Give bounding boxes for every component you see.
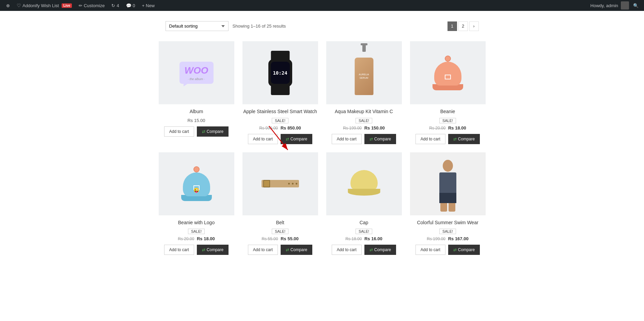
price-album: Rs 15.00: [159, 118, 234, 123]
price-sale-makeup: Rs 150.00: [364, 125, 385, 131]
compare-watch[interactable]: ⇄ Compare: [281, 134, 312, 144]
product-name-swimwear[interactable]: Colorful Summer Swim Wear: [410, 219, 486, 226]
comments-item[interactable]: 💬 0: [123, 0, 139, 11]
product-image-watch[interactable]: 10:24: [242, 41, 318, 104]
site-name-item[interactable]: ♡ Addonify Wish List Live: [13, 0, 75, 11]
price-makeup: SALE! Rs 199.00 Rs 150.00: [326, 118, 402, 131]
product-name-album[interactable]: Album: [159, 108, 234, 115]
add-to-cart-swimwear[interactable]: Add to cart: [415, 245, 445, 255]
compare-beanie-logo[interactable]: ⇄ Compare: [197, 245, 229, 255]
product-card-belt: Belt SALE! Rs 55.00 Rs 55.00 Add to cart…: [242, 152, 318, 255]
site-name-label: Addonify Wish List: [22, 3, 59, 8]
wp-logo-item[interactable]: ⊕: [3, 0, 13, 11]
add-to-cart-makeup[interactable]: Add to cart: [332, 134, 362, 144]
price-belt: SALE! Rs 55.00 Rs 55.00: [242, 229, 318, 241]
price-swimwear: SALE! Rs 199.00 Rs 167.00: [410, 229, 486, 241]
price-old-beanie-logo: Rs 20.00: [178, 236, 194, 241]
price-beanie-logo: SALE! Rs 20.00 Rs 18.00: [159, 229, 234, 241]
updates-item[interactable]: ↻ 4: [108, 0, 122, 11]
product-image-belt[interactable]: [242, 152, 318, 215]
customize-item[interactable]: ✏ Customize: [75, 0, 108, 11]
page-2-button[interactable]: 2: [458, 21, 468, 31]
product-card-beanie: Beanie SALE! Rs 20.00 Rs 18.00 Add to ca…: [410, 41, 486, 144]
sale-badge-watch: SALE!: [272, 118, 288, 123]
price-old-swimwear: Rs 199.00: [427, 236, 445, 241]
product-image-beanie-logo[interactable]: 😜: [159, 152, 234, 215]
price-sale-watch: Rs 850.00: [281, 125, 301, 131]
add-to-cart-watch[interactable]: Add to cart: [248, 134, 278, 144]
add-to-cart-cap[interactable]: Add to cart: [332, 245, 362, 255]
compare-swimwear[interactable]: ⇄ Compare: [448, 245, 480, 255]
updates-icon: ↻: [111, 3, 115, 8]
add-to-cart-belt[interactable]: Add to cart: [248, 245, 278, 255]
price-old-beanie: Rs 20.00: [429, 126, 445, 131]
product-card-beanie-logo: 😜 Beanie with Logo SALE! Rs 20.00 Rs 18.…: [159, 152, 234, 255]
sale-badge-makeup: SALE!: [356, 118, 372, 123]
product-actions-album: Add to cart ⇄ Compare: [159, 126, 234, 137]
product-name-belt[interactable]: Belt: [242, 219, 318, 226]
product-image-swimwear[interactable]: [410, 152, 486, 215]
product-actions-beanie-logo: Add to cart ⇄ Compare: [159, 245, 234, 255]
search-icon[interactable]: 🔍: [633, 3, 639, 8]
price-cap: SALE! Rs 18.00 Rs 16.00: [326, 229, 402, 241]
compare-icon-belt: ⇄: [286, 247, 289, 252]
product-card-cap: Cap SALE! Rs 18.00 Rs 16.00 Add to cart …: [326, 152, 402, 255]
wp-logo-icon: ⊕: [6, 3, 10, 8]
price-beanie: SALE! Rs 20.00 Rs 18.00: [410, 118, 486, 131]
add-to-cart-beanie[interactable]: Add to cart: [415, 134, 445, 144]
customize-label: Customize: [84, 3, 105, 8]
product-actions-beanie: Add to cart ⇄ Compare: [410, 134, 486, 144]
new-label: + New: [142, 3, 155, 8]
product-image-cap[interactable]: [326, 152, 402, 215]
sale-badge-beanie: SALE!: [439, 118, 456, 123]
sale-badge-belt: SALE!: [272, 229, 288, 234]
product-name-beanie-logo[interactable]: Beanie with Logo: [159, 219, 234, 226]
compare-icon-swimwear: ⇄: [453, 247, 457, 252]
comments-count: 0: [133, 3, 135, 8]
price-sale-cap: Rs 16.00: [364, 236, 382, 241]
product-image-makeup[interactable]: AURELIASERUM: [326, 41, 402, 104]
new-item[interactable]: + New: [139, 0, 158, 11]
results-text: Showing 1–16 of 25 results: [233, 24, 286, 29]
compare-belt[interactable]: ⇄ Compare: [281, 245, 312, 255]
compare-icon-album: ⇄: [202, 129, 205, 134]
price-watch: SALE! Rs 999.00 Rs 850.00: [242, 118, 318, 131]
howdy-text: Howdy, admin: [591, 3, 618, 8]
page-next-button[interactable]: ›: [469, 21, 479, 31]
product-actions-cap: Add to cart ⇄ Compare: [326, 245, 402, 255]
compare-album[interactable]: ⇄ Compare: [197, 126, 229, 137]
compare-cap[interactable]: ⇄ Compare: [364, 245, 396, 255]
product-name-watch[interactable]: Apple Stainless Steel Smart Watch: [242, 108, 318, 115]
updates-count: 4: [116, 3, 119, 8]
product-card-watch: 10:24 Apple Stainless Steel Smart Watch …: [242, 41, 318, 144]
product-card-album: WOO · the album · Album Rs 15.00 Add to …: [159, 41, 234, 144]
compare-icon-beanie: ⇄: [453, 137, 457, 141]
product-name-makeup[interactable]: Aqua Makeup Kit Vitamin C: [326, 108, 402, 115]
price-sale-beanie-logo: Rs 18.00: [197, 236, 215, 241]
pagination: 1 2 ›: [447, 21, 479, 31]
site-icon: ♡: [17, 3, 21, 8]
compare-makeup[interactable]: ⇄ Compare: [364, 134, 396, 144]
add-to-cart-beanie-logo[interactable]: Add to cart: [164, 245, 194, 255]
compare-icon-beanie-logo: ⇄: [202, 247, 205, 252]
add-to-cart-album[interactable]: Add to cart: [164, 126, 194, 137]
product-name-cap[interactable]: Cap: [326, 219, 402, 226]
product-name-beanie[interactable]: Beanie: [410, 108, 486, 115]
compare-beanie[interactable]: ⇄ Compare: [448, 134, 480, 144]
product-actions-watch: Add to cart ⇄ Compare: [242, 134, 318, 144]
price-sale-belt: Rs 55.00: [281, 236, 299, 241]
product-image-album[interactable]: WOO · the album ·: [159, 41, 234, 104]
compare-icon-makeup: ⇄: [370, 137, 373, 141]
price-regular-album: Rs 15.00: [187, 118, 205, 123]
price-old-belt: Rs 55.00: [262, 236, 278, 241]
sort-select[interactable]: Default sorting Sort by popularity Sort …: [166, 21, 229, 31]
product-image-beanie[interactable]: [410, 41, 486, 104]
avatar-icon: [621, 1, 629, 10]
page-1-button[interactable]: 1: [447, 21, 457, 31]
sale-badge-cap: SALE!: [356, 229, 372, 234]
admin-bar: ⊕ ♡ Addonify Wish List Live ✏ Customize …: [0, 0, 644, 11]
price-old-watch: Rs 999.00: [259, 126, 278, 131]
compare-icon-watch: ⇄: [286, 137, 289, 141]
product-actions-belt: Add to cart ⇄ Compare: [242, 245, 318, 255]
shop-toolbar: Default sorting Sort by popularity Sort …: [166, 21, 479, 31]
